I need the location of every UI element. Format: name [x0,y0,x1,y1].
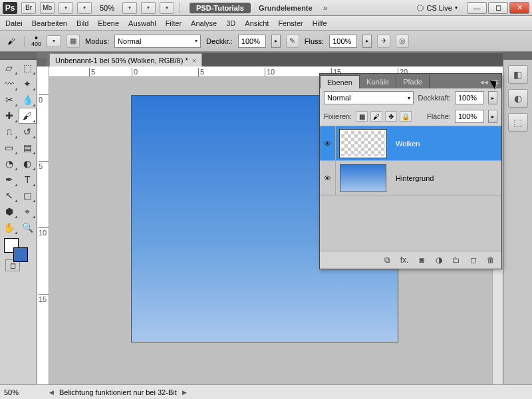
lock-all-icon[interactable]: 🔒 [400,111,412,122]
cs-live[interactable]: CS Live ▾ [417,4,458,12]
panel-menu-icon[interactable]: ▾≡ [491,78,499,86]
layer-fx-icon[interactable]: fx. [398,254,411,266]
layer-name[interactable]: Wolken [390,140,501,148]
layer-fill-field[interactable]: 100% [455,110,484,123]
menu-ebene[interactable]: Ebene [98,19,119,27]
layer-thumbnail[interactable] [340,130,386,158]
path-select-tool[interactable]: ↖ [0,188,19,203]
lock-transparency-icon[interactable]: ▦ [356,111,368,122]
gradient-tool[interactable]: ▤ [19,140,37,156]
brush-picker[interactable] [47,35,61,47]
opacity-slider[interactable]: ▸ [271,35,281,48]
visibility-toggle[interactable]: 👁 [320,126,336,160]
layer-opacity-slider[interactable]: ▸ [488,91,497,104]
layer-row[interactable]: 👁 Wolken [320,126,501,161]
tabstrip-handle[interactable] [37,59,47,66]
zoom-dropdown[interactable] [122,2,137,14]
shape-tool[interactable]: ▢ [19,188,37,203]
workspace-secondary[interactable]: Grundelemente [255,4,317,12]
blend-mode-select[interactable]: Normal [114,35,201,48]
background-color[interactable] [13,247,28,262]
workspace-name[interactable]: PSD-Tutorials [190,3,251,13]
toolbox-handle[interactable] [0,52,37,60]
menu-filter[interactable]: Filter [166,19,182,27]
lasso-tool[interactable]: 〰 [0,76,19,92]
collapse-icon[interactable]: ◂◂ [480,78,488,86]
layer-name[interactable]: Hintergrund [390,174,501,182]
layer-blend-mode[interactable]: Normal [324,91,414,104]
link-layers-icon[interactable]: ⧉ [380,254,394,266]
brush-preview[interactable]: • 400 [31,35,41,47]
pen-tool[interactable]: ✒ [0,172,19,188]
document-tab[interactable]: Unbenannt-1 bei 50% (Wolken, RGB/8) * × [49,53,202,66]
airbrush-icon[interactable]: ✈ [377,35,390,48]
wand-tool[interactable]: ✦ [19,76,37,92]
layer-mask-icon[interactable]: ◙ [415,254,428,266]
screen-mode-dropdown[interactable] [141,2,156,14]
healing-tool[interactable]: ✚ [0,108,19,124]
menu-ansicht[interactable]: Ansicht [245,19,269,27]
view-extras-dropdown[interactable] [59,2,73,14]
new-layer-icon[interactable]: ◻ [467,254,480,266]
history-brush-tool[interactable]: ↺ [19,124,37,140]
new-group-icon[interactable]: 🗀 [450,254,463,266]
tab-kanaele[interactable]: Kanäle [360,75,396,88]
close-button[interactable]: ✕ [509,2,529,14]
menu-datei[interactable]: Datei [5,19,23,27]
marquee-tool[interactable]: ⬚ [19,60,37,76]
tablet-pressure-icon[interactable]: ◎ [396,35,409,48]
visibility-toggle[interactable]: 👁 [320,161,336,195]
menu-analyse[interactable]: Analyse [191,19,217,27]
layer-opacity-field[interactable]: 100% [455,91,484,104]
layers-panel-icon[interactable]: ◧ [508,65,528,84]
delete-layer-icon[interactable]: 🗑 [484,254,497,266]
arrange-dropdown[interactable] [77,2,92,14]
menu-fenster[interactable]: Fenster [278,19,303,27]
extras-dropdown[interactable] [160,2,174,14]
flow-field[interactable]: 100% [329,35,357,48]
hand-tool[interactable]: ✋ [0,219,19,235]
flow-slider[interactable]: ▸ [362,35,372,48]
tab-pfade[interactable]: Pfade [396,75,430,88]
type-tool[interactable]: T [19,172,37,188]
bridge-button[interactable]: Br [21,2,36,14]
zoom-tool[interactable]: 🔍 [19,219,37,235]
menu-auswahl[interactable]: Auswahl [128,19,156,27]
lock-pixels-icon[interactable]: 🖌 [370,111,382,122]
adjustments-panel-icon[interactable]: ◐ [508,89,528,108]
menu-bild[interactable]: Bild [76,19,88,27]
adjustment-layer-icon[interactable]: ◑ [432,254,446,266]
menu-hilfe[interactable]: Hilfe [313,19,327,27]
tab-ebenen[interactable]: Ebenen [320,75,360,88]
3d-tool[interactable]: ⬢ [0,203,19,219]
opacity-field[interactable]: 100% [238,35,266,48]
tool-preset-picker[interactable]: 🖌 [4,35,17,48]
ruler-vertical[interactable]: 0 5 10 15 [37,66,49,384]
workspace-more[interactable]: » [321,3,331,13]
close-tab-icon[interactable]: × [192,57,196,65]
layer-row[interactable]: 👁 Hintergrund [320,161,501,196]
zoom-level[interactable]: 50% [96,4,118,12]
stamp-tool[interactable]: ⎍ [0,124,19,140]
status-prev-icon[interactable]: ◀ [49,389,54,396]
3d-camera-tool[interactable]: ⌖ [19,203,37,219]
opacity-pressure-icon[interactable]: ✎ [286,35,299,48]
brush-panel-toggle[interactable]: ▦ [66,35,80,48]
dodge-tool[interactable]: ◐ [19,156,37,172]
layer-fill-slider[interactable]: ▸ [488,110,497,123]
eyedropper-tool[interactable]: 💧 [19,92,37,108]
minimize-button[interactable]: — [467,2,487,14]
menu-3d[interactable]: 3D [226,19,235,27]
move-tool[interactable]: ▱ [0,60,19,76]
blur-tool[interactable]: ◔ [0,156,19,172]
brush-tool[interactable]: 🖌 [19,108,37,124]
minibridge-button[interactable]: Mb [40,2,55,14]
crop-tool[interactable]: ✂ [0,92,19,108]
lock-position-icon[interactable]: ✥ [385,111,397,122]
eraser-tool[interactable]: ▭ [0,140,19,156]
layer-thumbnail[interactable] [340,164,386,192]
styles-panel-icon[interactable]: ⬚ [508,113,528,132]
color-swatches[interactable]: ◻ [0,235,37,265]
menu-bearbeiten[interactable]: Bearbeiten [32,19,67,27]
status-next-icon[interactable]: ▶ [182,389,187,396]
